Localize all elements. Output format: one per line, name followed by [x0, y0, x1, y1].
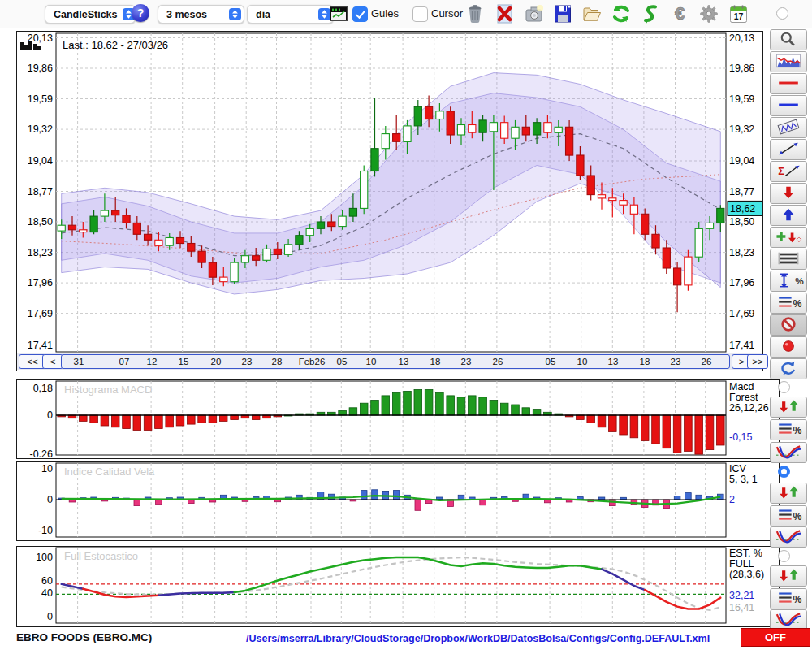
icv-signal-pair-button[interactable] — [770, 483, 807, 504]
svg-text:0,18: 0,18 — [33, 383, 53, 394]
indicator-chart-button[interactable] — [770, 51, 807, 72]
delete-x-icon[interactable] — [494, 3, 515, 24]
icv-wave-button[interactable] — [770, 526, 807, 548]
blue-hline-button[interactable] — [770, 95, 807, 116]
candlestick-plot[interactable]: 20,1320,1319,8619,8619,5919,5919,3219,32… — [17, 32, 762, 353]
cursor-checkbox[interactable] — [412, 6, 428, 22]
timeframe-value: dia — [256, 9, 270, 20]
red-hline-button[interactable] — [770, 73, 807, 94]
macd-plot[interactable]: Histograma MACD0,180-0,26MacdForest26,12… — [17, 380, 777, 457]
svg-text:17: 17 — [734, 11, 744, 21]
svg-text:18,77: 18,77 — [28, 186, 53, 197]
arrow-up-blue-button[interactable] — [770, 205, 807, 226]
lines-percent-button[interactable]: % — [770, 292, 807, 314]
guies-checkbox[interactable] — [352, 6, 368, 22]
off-badge[interactable]: OFF — [741, 628, 810, 647]
app-window: CandleSticks ? 3 mesos dia Guies Cursor … — [0, 0, 812, 650]
stoch-signal-pair-button[interactable] — [770, 566, 807, 587]
date-tick-label: 13 — [608, 357, 619, 366]
macd-radio[interactable] — [778, 381, 790, 393]
svg-text:18,23: 18,23 — [28, 247, 53, 258]
record-button[interactable] — [770, 336, 807, 358]
icv-lines-percent-button[interactable]: % — [770, 505, 807, 526]
svg-text:18,50: 18,50 — [729, 216, 754, 228]
date-tick-label: 10 — [577, 357, 588, 366]
refresh-blue-button[interactable] — [770, 358, 807, 379]
channel-icon — [772, 119, 805, 137]
channel-button[interactable] — [770, 117, 807, 138]
svg-text:20,13: 20,13 — [28, 32, 53, 44]
svg-text:0: 0 — [47, 611, 53, 622]
config-path-label: /Users/mserra/Library/CloudStorage/Dropb… — [246, 633, 710, 644]
save-icon[interactable] — [552, 3, 573, 24]
svg-text:19,32: 19,32 — [28, 124, 53, 135]
svg-text:19,86: 19,86 — [729, 63, 754, 74]
range-percent-icon: % — [772, 272, 805, 291]
date-strip[interactable]: 31071215202328Feb26051013182326051013182… — [61, 354, 730, 369]
stochastic-panel: Full Estocastico10060400EST. %FULL(28,3,… — [16, 546, 780, 627]
stoch-radio[interactable] — [778, 550, 790, 562]
svg-text:20,13: 20,13 — [729, 32, 754, 44]
toolbar-radio[interactable] — [776, 7, 788, 20]
trash-icon[interactable] — [464, 3, 486, 24]
euro-icon[interactable]: € — [669, 3, 690, 24]
sigma-trend-button[interactable]: Σ — [770, 161, 807, 182]
svg-text:Macd: Macd — [729, 381, 754, 392]
date-tick-label: 12 — [147, 357, 158, 366]
macd-lines-percent-button[interactable]: % — [770, 419, 807, 440]
svg-text:19,86: 19,86 — [28, 63, 53, 74]
zoom-icon — [772, 31, 805, 50]
wave-icon — [772, 611, 805, 630]
svg-text:40: 40 — [41, 587, 53, 599]
guies-label: Guies — [371, 7, 399, 20]
levels-button[interactable] — [770, 249, 807, 270]
icv-radio[interactable] — [778, 466, 790, 478]
timeframe-select[interactable]: dia — [247, 5, 334, 24]
signal-pair-icon — [772, 567, 805, 586]
lines-percent-icon: % — [772, 294, 805, 313]
svg-text:%: % — [793, 511, 801, 522]
toolbar: CandleSticks ? 3 mesos dia Guies Cursor … — [0, 0, 812, 28]
svg-text:18,50: 18,50 — [28, 216, 53, 228]
macd-wave-button[interactable] — [770, 442, 807, 463]
icv-plot[interactable]: Indice Calidad Vela100-10ICV5, 3, 12 — [17, 462, 777, 539]
svg-text:26,12,26: 26,12,26 — [729, 402, 769, 414]
date-tick-label: 07 — [119, 357, 130, 366]
svg-text:10: 10 — [41, 463, 53, 474]
refresh-blue-icon — [772, 360, 805, 379]
sync-icon[interactable] — [640, 3, 661, 24]
chart-mini-icon[interactable] — [330, 6, 348, 21]
select-stepper-icon — [229, 8, 241, 20]
levels-icon — [772, 250, 805, 269]
period-select[interactable]: 3 mesos — [158, 5, 244, 24]
calendar-icon[interactable]: 17 — [728, 3, 749, 24]
date-tick-label: 23 — [671, 357, 681, 366]
trendline-button[interactable] — [770, 139, 807, 160]
buy-sell-signals-button[interactable] — [770, 227, 807, 248]
help-button[interactable]: ? — [132, 4, 149, 22]
date-tick-label: 05 — [337, 357, 348, 366]
chart-type-select[interactable]: CandleSticks — [45, 5, 136, 24]
cursor-label: Cursor — [431, 7, 463, 20]
macd-signal-pair-button[interactable] — [770, 396, 807, 418]
stoch-lines-percent-button[interactable]: % — [770, 588, 807, 609]
svg-text:Histograma MACD: Histograma MACD — [64, 384, 152, 396]
date-tick-label: 26 — [493, 357, 503, 366]
svg-text:Indice Calidad Vela: Indice Calidad Vela — [64, 466, 155, 478]
settings-icon[interactable] — [698, 3, 719, 24]
candlestick-chart-widget: 20,1320,1319,8619,8619,5919,5919,3219,32… — [16, 31, 763, 371]
svg-text:18,23: 18,23 — [729, 247, 754, 258]
zoom-button[interactable] — [770, 29, 807, 50]
stochastic-plot[interactable]: Full Estocastico10060400EST. %FULL(28,3,… — [17, 547, 777, 625]
no-entry-button[interactable] — [770, 314, 807, 336]
snapshot-icon[interactable] — [523, 3, 544, 24]
arrow-down-red-button[interactable] — [770, 183, 807, 204]
svg-text:18,77: 18,77 — [729, 186, 754, 197]
no-entry-icon — [772, 316, 805, 335]
open-folder-icon[interactable] — [581, 3, 603, 24]
wave-icon — [772, 528, 805, 547]
date-tick-label: Feb26 — [299, 357, 326, 366]
refresh-icon[interactable] — [611, 3, 632, 24]
nav-last-button[interactable]: >> — [747, 354, 768, 369]
range-percent-button[interactable]: % — [770, 271, 807, 292]
